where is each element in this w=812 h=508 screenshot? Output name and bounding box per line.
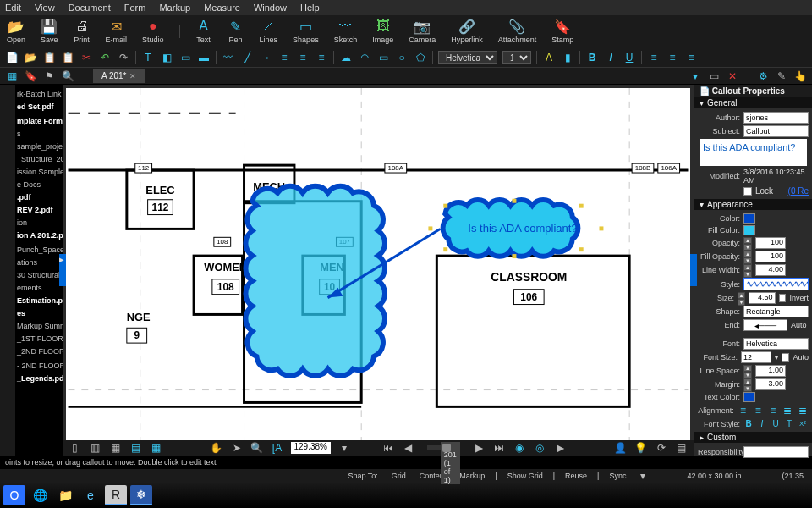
file-item[interactable]: _1ST FLOOR P…	[15, 333, 63, 345]
lines-icon[interactable]: ⟋Lines	[260, 18, 278, 44]
underline-icon[interactable]: U	[623, 51, 636, 64]
cloud-highlight[interactable]	[245, 186, 385, 376]
attachment-icon[interactable]: 📎Attachment	[498, 18, 537, 44]
new-icon[interactable]: 📄	[5, 51, 19, 64]
single-page-icon[interactable]: ▯	[68, 441, 81, 455]
file-item[interactable]: es	[15, 307, 63, 320]
size-field[interactable]: 4.50	[749, 292, 776, 304]
pointer-icon[interactable]: 👆	[793, 69, 807, 83]
explorer-icon[interactable]: 📁	[54, 485, 76, 505]
file-item[interactable]: ion A 201.2.pdf	[15, 229, 63, 242]
cloud-icon[interactable]: ☁	[339, 51, 353, 64]
file-item[interactable]: ed Set.pdf	[15, 101, 63, 113]
file-item[interactable]: sample_project_…	[15, 141, 63, 153]
pin-icon[interactable]: ▾	[689, 69, 702, 83]
app-icon[interactable]: ❄	[130, 485, 152, 505]
drawing-canvas[interactable]: ELEC 112 MECH WOMEN 108 MEN 10 CLASSROOM…	[66, 88, 690, 440]
note-tool-icon[interactable]: ▭	[178, 51, 192, 64]
open-icon[interactable]: 📂Open	[7, 18, 25, 44]
invert-checkbox[interactable]	[779, 294, 787, 302]
file-item[interactable]: ion	[15, 217, 63, 229]
align-top-btn[interactable]: ≣	[782, 404, 794, 417]
page-slider[interactable]: A 201 (1 of 1)	[427, 445, 461, 450]
file-item[interactable]: Punch_Spaces…	[15, 244, 63, 257]
file-item[interactable]: s	[15, 128, 63, 141]
reply-link[interactable]: (0 Re	[788, 186, 809, 196]
fillopacity-field[interactable]: 100	[755, 251, 786, 262]
linespace-field[interactable]: 1.00	[755, 365, 786, 377]
align-mid-btn[interactable]: ≣	[797, 404, 809, 417]
file-item[interactable]: rk-Batch Link	[15, 88, 63, 101]
file-item[interactable]: .pdf	[15, 191, 63, 204]
snap-grid[interactable]: Grid	[388, 472, 409, 480]
underline-btn[interactable]: U	[771, 419, 781, 428]
dim-icon[interactable]: 💡	[634, 441, 648, 455]
zoom-icon[interactable]: 🔍	[250, 441, 264, 455]
open2-icon[interactable]: 📂	[24, 51, 37, 64]
linewidth-field[interactable]: 4.00	[755, 264, 786, 276]
copy-icon[interactable]: 📋	[42, 51, 56, 64]
text-icon[interactable]: AText	[195, 18, 212, 44]
sync-toggle[interactable]: Sync	[606, 472, 629, 480]
next-page-icon[interactable]: ▶	[472, 441, 486, 455]
lock-checkbox[interactable]	[743, 187, 752, 196]
italic-icon[interactable]: I	[604, 51, 617, 64]
style-combo[interactable]: ∿∿∿∿∿∿∿∿∿∿∿∿	[743, 278, 809, 290]
polygon-icon[interactable]: ⬠	[414, 51, 427, 64]
gear-icon[interactable]: ⚙	[756, 69, 770, 83]
pan-icon[interactable]: ✋	[210, 441, 223, 455]
arrow-icon[interactable]: →	[259, 51, 272, 64]
tab-close-icon[interactable]: ✕	[129, 72, 136, 80]
menu-measure[interactable]: Measure	[204, 3, 240, 13]
pen-icon[interactable]: ✎Pen	[228, 18, 244, 44]
file-item[interactable]: ements	[15, 282, 63, 295]
file-item[interactable]: Estimation.pdf	[15, 295, 63, 307]
align-center-icon[interactable]: ≡	[296, 51, 310, 64]
minimize-tab-icon[interactable]: ▭	[707, 69, 721, 83]
shapes-icon[interactable]: ▭Shapes	[293, 18, 319, 44]
menu-edit[interactable]: Edit	[5, 3, 21, 13]
section-general[interactable]: ▾ General	[694, 97, 812, 108]
email-icon[interactable]: ✉E-mail	[106, 18, 128, 44]
fillcolor-swatch[interactable]	[743, 225, 755, 235]
bluebeam-icon[interactable]: R	[105, 485, 127, 505]
menu-markup[interactable]: Markup	[159, 3, 190, 13]
shape-combo[interactable]: Rectangle	[743, 306, 809, 318]
opacity-field[interactable]: 100	[755, 237, 786, 249]
split-icon[interactable]: ▦	[149, 441, 162, 455]
bookmark-icon[interactable]: 🔖	[24, 69, 37, 83]
pen2-icon[interactable]: ✎	[775, 69, 788, 83]
color-swatch[interactable]	[743, 213, 755, 224]
flag-icon[interactable]: ⚑	[42, 69, 56, 83]
stamp-icon[interactable]: 🔖Stamp	[551, 18, 573, 44]
menu-window[interactable]: Window	[254, 3, 287, 13]
section-custom[interactable]: ▸ Custom	[694, 432, 812, 443]
file-item[interactable]: 30 Structural St…	[15, 269, 63, 282]
zoom-level[interactable]: 129.38%	[291, 442, 331, 454]
file-item[interactable]: e Docs	[15, 179, 63, 191]
align-left-icon[interactable]: ≡	[277, 51, 291, 64]
last-page-icon[interactable]: ⏭	[492, 441, 506, 455]
redo-icon[interactable]: ↷	[117, 51, 130, 64]
fwd-icon[interactable]: ◎	[533, 441, 546, 455]
align-right-btn[interactable]: ≡	[767, 404, 779, 417]
strike-btn[interactable]: T	[784, 419, 794, 428]
forward-arrow-icon[interactable]: ▶	[553, 441, 567, 455]
print-icon[interactable]: 🖨Print	[74, 18, 91, 44]
fontsize-field[interactable]: 12	[741, 351, 771, 363]
sketch-icon[interactable]: 〰Sketch	[334, 18, 358, 44]
menu-help[interactable]: Help	[300, 3, 320, 13]
revolve-icon[interactable]: ⟳	[655, 441, 668, 455]
comment-field[interactable]: Is this ADA compliant?	[700, 139, 807, 166]
end-combo[interactable]: ◂───	[743, 319, 787, 331]
user-icon[interactable]: 👤	[614, 441, 628, 455]
ie-icon[interactable]: e	[80, 485, 102, 505]
fontcolor-icon[interactable]: A	[542, 51, 556, 64]
file-item[interactable]: _Structure_201…	[15, 153, 63, 166]
highlight-tool-icon[interactable]: ▬	[197, 51, 211, 64]
document-tab[interactable]: A 201* ✕	[93, 69, 145, 83]
camera-icon[interactable]: 📷Camera	[409, 18, 436, 44]
freehand-icon[interactable]: 〰	[222, 51, 235, 64]
bold-icon[interactable]: B	[585, 51, 599, 64]
file-item[interactable]: _2ND FLOOR …	[15, 345, 63, 358]
